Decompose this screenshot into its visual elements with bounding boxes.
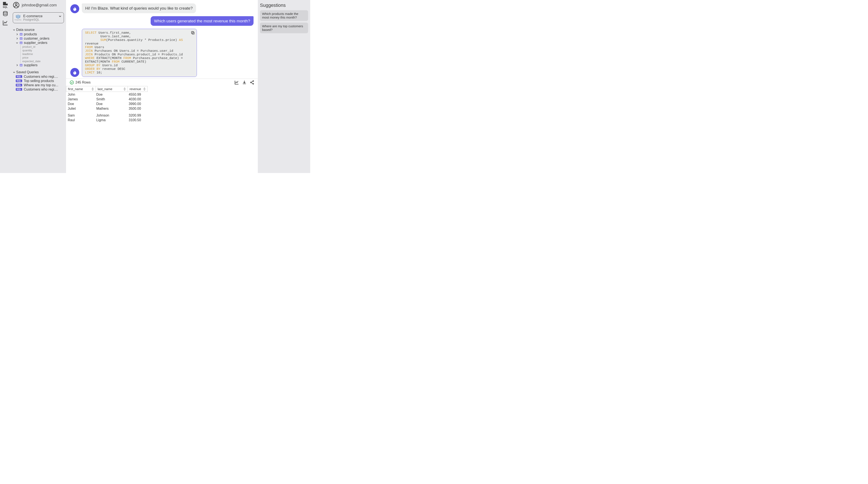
results-table: first_namelast_namerevenue JohnDoe4550.9… (66, 86, 258, 123)
column-item[interactable]: leadtime (22, 52, 64, 56)
chevron-icon (16, 33, 18, 36)
data-source-label: Data source (16, 28, 34, 32)
cell-first-name: Sam (66, 114, 96, 117)
cell-last-name: Doe (96, 102, 128, 106)
column-item[interactable]: product_id (22, 45, 64, 49)
cell-revenue: 3100.50 (128, 118, 148, 122)
saved-query-label: Customers who regi.... (24, 75, 58, 78)
download-icon[interactable] (242, 80, 247, 85)
column-header[interactable]: last_name (96, 86, 128, 92)
sort-icon[interactable] (91, 88, 94, 91)
sql-badge-icon: SQL (16, 84, 22, 87)
user-message-row: Which users generated the most revenue t… (70, 16, 253, 26)
chevron-icon (16, 64, 18, 66)
table-row[interactable]: JohnDoe4550.99 (66, 92, 258, 97)
database-icon[interactable] (2, 10, 9, 18)
column-item[interactable]: price (22, 56, 64, 59)
check-circle-icon (69, 80, 74, 85)
chart-line-icon[interactable] (2, 19, 9, 26)
database-selector[interactable]: PostgreSQL E-commerce PostgreSQL (13, 12, 64, 23)
table-name: customer_orders (24, 37, 50, 40)
user-avatar-icon (13, 2, 20, 8)
user-info[interactable]: johndoe@gmail.com (13, 2, 64, 8)
table-row[interactable]: JulietMathers3500.00 (66, 106, 258, 111)
sql-badge-icon: SQL (16, 88, 22, 91)
cell-last-name: Doe (96, 93, 128, 97)
sql-badge-icon: SQL (16, 79, 22, 82)
chevron-icon (16, 37, 18, 40)
table-row[interactable]: DoeDoe3990.00 (66, 102, 258, 106)
cell-revenue: 3200.99 (128, 114, 148, 117)
postgresql-logo-icon: PostgreSQL (15, 14, 21, 21)
saved-query-item[interactable]: SQLTop selling products (13, 79, 64, 83)
table-name: suppliers (24, 63, 37, 67)
svg-point-1 (3, 11, 7, 13)
table-row[interactable]: JamesSmith4030.00 (66, 97, 258, 102)
svg-point-25 (253, 84, 253, 84)
saved-query-item[interactable]: SQLCustomers who regi.... (13, 74, 64, 79)
column-header[interactable]: revenue (128, 86, 148, 92)
table-item[interactable]: customer_orders (13, 36, 64, 41)
table-icon (20, 41, 23, 44)
suggestions-list: Which products made the most money this … (260, 10, 308, 33)
column-label: first_name (68, 87, 83, 91)
cell-last-name: Smith (96, 97, 128, 101)
svg-rect-20 (192, 32, 194, 34)
sql-code-block[interactable]: SELECT Users.first_name, Users.last_name… (82, 29, 197, 77)
table-item[interactable]: suppliers (13, 63, 64, 67)
sql-code: SELECT Users.first_name, Users.last_name… (85, 31, 194, 74)
column-item[interactable]: quantity (22, 49, 64, 52)
svg-rect-8 (20, 37, 22, 40)
svg-rect-4 (20, 33, 22, 35)
table-body: JohnDoe4550.99JamesSmith4030.00DoeDoe399… (66, 92, 258, 123)
assistant-code-row: SELECT Users.first_name, Users.last_name… (70, 29, 253, 77)
cell-last-name: Ligma (96, 118, 128, 122)
sort-icon[interactable] (123, 88, 126, 91)
saved-query-item[interactable]: SQLWhere are my top cu... (13, 83, 64, 87)
svg-point-23 (250, 82, 251, 83)
sidebar: johndoe@gmail.com PostgreSQL E-commerce … (11, 0, 66, 173)
saved-queries-label: Saved Queries (16, 70, 39, 74)
saved-query-label: Customers who regi.... (24, 88, 58, 91)
svg-rect-16 (20, 64, 22, 66)
chevron-icon (16, 41, 18, 44)
sql-badge-icon: SQL (16, 75, 22, 78)
column-list: product_idquantityleadtimepriceexpected_… (21, 45, 64, 63)
user-email: johndoe@gmail.com (22, 3, 57, 7)
cell-first-name: Doe (66, 102, 96, 106)
db-name: E-commerce (23, 14, 42, 18)
column-header[interactable]: first_name (66, 86, 96, 92)
copy-icon[interactable] (191, 31, 195, 35)
table-item[interactable]: products (13, 32, 64, 36)
suggestion-item[interactable]: Where are my top customers based? (260, 23, 308, 33)
table-row[interactable]: RaulLigma3100.50 (66, 118, 258, 123)
table-item[interactable]: supplier_orders (13, 41, 64, 45)
cell-last-name: Mathers (96, 107, 128, 110)
data-source-header[interactable]: Data source (13, 28, 64, 32)
cell-revenue: 3500.00 (128, 107, 148, 110)
main-content: Hi! I'm Blaze. What kind of queries woul… (66, 0, 258, 173)
table-name: supplier_orders (24, 41, 47, 45)
svg-point-24 (253, 81, 253, 82)
cell-first-name: James (66, 97, 96, 101)
table-icon (20, 64, 23, 67)
svg-point-3 (16, 3, 17, 5)
sort-icon[interactable] (143, 88, 146, 91)
cell-last-name: Johnson (96, 114, 128, 117)
svg-text:SQL: SQL (3, 6, 8, 8)
column-item[interactable]: expected_date (22, 59, 64, 63)
share-icon[interactable] (250, 80, 254, 85)
chart-icon[interactable] (235, 80, 239, 85)
svg-rect-12 (20, 42, 22, 44)
table-row[interactable]: SamJohnson3200.99 (66, 113, 258, 118)
blaze-avatar-icon (70, 4, 79, 13)
results-bar: 245 Rows (66, 78, 258, 86)
saved-query-item[interactable]: SQLCustomers who regi.... (13, 87, 64, 92)
chevron-down-icon (59, 15, 62, 18)
sql-file-icon[interactable]: SQL (2, 1, 9, 8)
saved-queries-header[interactable]: Saved Queries (13, 70, 64, 74)
db-type: PostgreSQL (23, 18, 42, 21)
chevron-down-icon (13, 29, 16, 31)
suggestion-item[interactable]: Which products made the most money this … (260, 10, 308, 21)
assistant-message-row: Hi! I'm Blaze. What kind of queries woul… (70, 3, 253, 13)
